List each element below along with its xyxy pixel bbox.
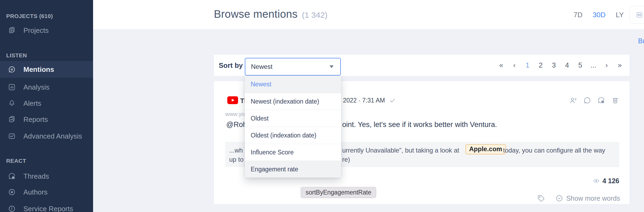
sort-option-engagement-rate[interactable]: Engagement rate xyxy=(245,161,341,178)
calendar-button[interactable] xyxy=(629,6,644,24)
mention-date-text: 2022 · 7:31 AM xyxy=(343,97,385,104)
sort-option-newest[interactable]: Newest xyxy=(245,76,341,93)
mention-body-end: oint. Yes, let's see if it works better … xyxy=(342,121,497,129)
authors-icon xyxy=(8,188,16,196)
sidebar-item-label: Alerts xyxy=(23,99,41,108)
eye-icon xyxy=(593,177,600,185)
mention-date: 2022 · 7:31 AM xyxy=(343,97,396,104)
clipped-link[interactable]: Bu xyxy=(638,37,644,45)
views-counter: 4 126 xyxy=(593,177,619,185)
excerpt-line1-start: ...wh xyxy=(229,146,243,155)
sort-dropdown: Newest Newest (indexation date) Oldest O… xyxy=(245,76,341,178)
show-more-label: Show more words xyxy=(566,195,620,202)
views-value: 4 126 xyxy=(602,177,619,185)
mentions-count: (1 342) xyxy=(302,10,327,20)
author-details-icon[interactable] xyxy=(569,96,577,104)
mention-footer: Show more words xyxy=(537,194,620,202)
pagination-first[interactable]: « xyxy=(498,61,504,69)
sidebar-item-label: Threads xyxy=(23,172,49,181)
excerpt-line2-end: re) xyxy=(342,155,350,164)
sidebar-item-label: Mentions xyxy=(23,65,54,74)
pagination-last[interactable]: » xyxy=(617,61,623,69)
pagination-page-1[interactable]: 1 xyxy=(524,61,531,69)
range-ly[interactable]: LY xyxy=(616,11,624,19)
page-title: Browse mentions xyxy=(214,8,298,20)
sort-by-label: Sort by xyxy=(219,61,243,70)
sidebar-item-label: Projects xyxy=(23,26,49,35)
range-7d[interactable]: 7D xyxy=(574,11,582,19)
pagination-page-4[interactable]: 4 xyxy=(564,61,570,69)
sidebar-section-react: REACT xyxy=(6,158,26,164)
sidebar-item-projects[interactable]: Projects xyxy=(0,23,93,38)
comment-icon[interactable] xyxy=(583,96,591,104)
keyword-highlight: Apple.com xyxy=(465,144,506,154)
show-more-words[interactable]: Show more words xyxy=(555,194,620,202)
date-range-switcher: 7D 30D LY xyxy=(574,11,624,19)
sidebar-item-label: Analysis xyxy=(23,83,49,91)
excerpt-line2-start: up to xyxy=(229,155,243,164)
page-title-row: Browse mentions (1 342) xyxy=(214,8,327,20)
mention-url[interactable]: www.yo xyxy=(225,111,245,117)
app-window: PROJECTS (610) Projects LISTEN Mentions … xyxy=(0,0,644,212)
sort-option-oldest-indexation[interactable]: Oldest (indexation date) xyxy=(245,127,341,144)
pagination-page-5[interactable]: 5 xyxy=(577,61,583,69)
sidebar-item-service-reports[interactable]: Service Reports xyxy=(0,201,93,212)
reports-icon xyxy=(8,115,16,123)
check-icon xyxy=(389,97,396,104)
calendar-icon xyxy=(635,11,643,19)
thread-icon[interactable] xyxy=(597,96,605,104)
tag-icon[interactable] xyxy=(537,194,545,202)
page-header: Browse mentions (1 342) 7D 30D LY xyxy=(93,0,644,29)
sort-option-newest-indexation[interactable]: Newest (indexation date) xyxy=(245,93,341,110)
mentions-icon xyxy=(8,65,16,73)
sidebar-section-listen: LISTEN xyxy=(6,52,27,59)
sidebar-item-threads[interactable]: Threads xyxy=(0,168,93,184)
chevron-circle-down-icon xyxy=(555,194,563,202)
element-name-tooltip: sortByEngagementRate xyxy=(301,187,376,198)
mention-body-start: @Roh xyxy=(226,121,247,129)
chevron-down-icon xyxy=(330,65,334,68)
sidebar: PROJECTS (610) Projects LISTEN Mentions … xyxy=(0,0,93,212)
sidebar-item-label: Reports xyxy=(23,115,48,124)
pagination-next[interactable]: › xyxy=(603,61,610,69)
sidebar-item-authors[interactable]: Authors xyxy=(0,184,93,200)
alerts-icon xyxy=(8,99,16,107)
sidebar-item-label: Advanced Analysis xyxy=(23,132,82,140)
sidebar-item-label: Service Reports xyxy=(23,205,73,212)
sort-select[interactable]: Newest xyxy=(245,58,341,76)
excerpt-line1-end: today, you can configure all the way xyxy=(503,146,605,155)
excerpt-line1-mid: urrently Unavailable”, but taking a look… xyxy=(342,146,459,155)
sidebar-item-label: Authors xyxy=(23,188,48,196)
advanced-analysis-icon xyxy=(8,132,16,140)
pagination-ellipsis: ... xyxy=(590,61,597,69)
threads-icon xyxy=(8,172,16,180)
youtube-icon xyxy=(227,96,238,104)
sidebar-item-reports[interactable]: Reports xyxy=(0,112,93,127)
trash-icon[interactable] xyxy=(611,96,619,104)
sort-select-value: Newest xyxy=(251,63,273,70)
analysis-icon xyxy=(8,83,16,91)
sort-option-oldest[interactable]: Oldest xyxy=(245,110,341,127)
sidebar-item-alerts[interactable]: Alerts xyxy=(0,96,93,111)
pagination-page-2[interactable]: 2 xyxy=(537,61,544,69)
pagination: « ‹ 1 2 3 4 5 ... › » xyxy=(498,55,623,76)
pagination-prev[interactable]: ‹ xyxy=(511,61,518,69)
sidebar-item-analysis[interactable]: Analysis xyxy=(0,79,93,95)
sidebar-item-advanced-analysis[interactable]: Advanced Analysis xyxy=(0,128,93,144)
mention-actions xyxy=(569,96,619,104)
projects-icon xyxy=(8,26,16,34)
sort-toolbar: Sort by Newest « ‹ 1 2 3 4 5 ... › » xyxy=(214,55,629,76)
sidebar-section-projects: PROJECTS (610) xyxy=(6,13,53,19)
sort-option-influence-score[interactable]: Influence Score xyxy=(245,144,341,161)
range-30d[interactable]: 30D xyxy=(593,11,606,19)
service-reports-icon xyxy=(8,205,16,212)
pagination-page-3[interactable]: 3 xyxy=(551,61,557,69)
sidebar-item-mentions[interactable]: Mentions xyxy=(0,61,93,78)
